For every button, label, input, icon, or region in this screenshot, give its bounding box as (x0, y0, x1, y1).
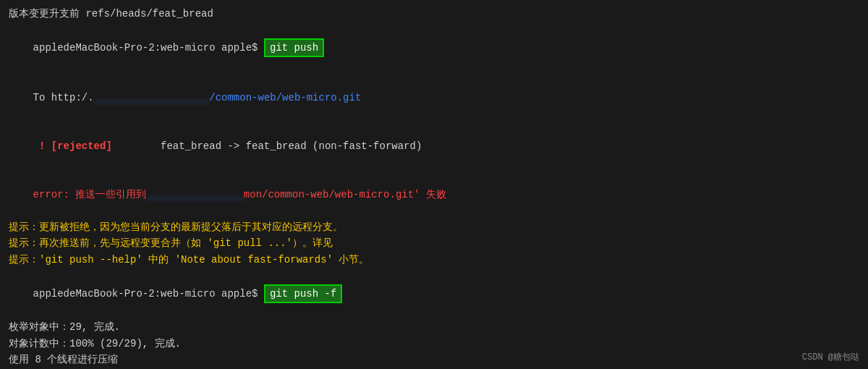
line-hint-1: 提示：更新被拒绝，因为您当前分支的最新提父落后于其对应的远程分支。 (9, 219, 859, 235)
error-suffix: mon/common-web/web-micro.git' 失败 (244, 189, 446, 200)
url-suffix-1: /common-web/web-micro.git (209, 92, 361, 103)
git-push-command: git push (264, 38, 324, 57)
line-to-url: To http:/.___________________/common-web… (9, 74, 859, 122)
line-hint-2: 提示：再次推送前，先与远程变更合并（如 'git pull ...'）。详见 (9, 235, 859, 251)
line-rejected: ! [rejected] feat_bread -> feat_bread (n… (9, 122, 859, 171)
line-count: 对象计数中：100% (29/29), 完成. (9, 336, 859, 352)
watermark: CSDN @糖包哒 (802, 351, 859, 363)
rejected-badge: ! [rejected] (33, 140, 112, 152)
git-push-f-command: git push -f (264, 284, 342, 303)
line-hint-3: 提示：'git push --help' 中的 'Note about fast… (9, 252, 859, 268)
url-blurred-1: ___________________ (94, 92, 210, 103)
to-prefix: To http:/. (33, 92, 94, 103)
prompt-1: appledeMacBook-Pro-2:web-micro apple$ (33, 42, 264, 54)
line-threads: 使用 8 个线程进行压缩 (9, 352, 859, 368)
rejected-rest: feat_bread -> feat_bread (non-fast-forwa… (112, 140, 422, 152)
line-error: error: 推送一些引用到________________mon/common… (9, 171, 859, 219)
terminal: 版本变更升支前 refs/heads/feat_bread appledeMac… (0, 0, 868, 369)
prompt-2: appledeMacBook-Pro-2:web-micro apple$ (33, 288, 264, 300)
line-version: 版本变更升支前 refs/heads/feat_bread (9, 6, 859, 22)
error-prefix: error: 推送一些引用到 (33, 189, 147, 200)
line-git-push: appledeMacBook-Pro-2:web-micro apple$ gi… (9, 22, 859, 73)
line-enum: 枚举对象中：29, 完成. (9, 319, 859, 335)
line-git-push-f: appledeMacBook-Pro-2:web-micro apple$ gi… (9, 268, 859, 319)
url-blurred-2: ________________ (146, 189, 243, 200)
